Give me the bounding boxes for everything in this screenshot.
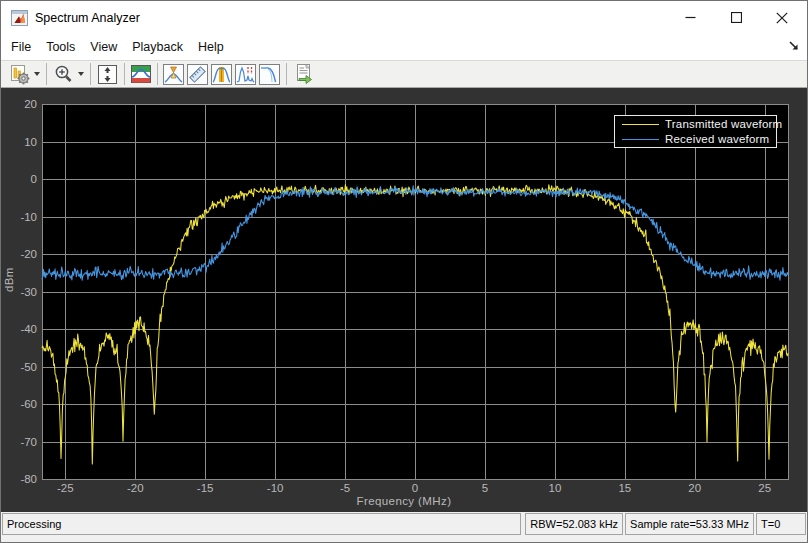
toolbar-separator bbox=[286, 63, 287, 85]
spectrum-analyzer-window: Spectrum Analyzer File Tools View Playba… bbox=[0, 0, 808, 543]
distortion-measurements-icon bbox=[235, 64, 256, 85]
status-sample-rate: Sample rate=53.33 MHz bbox=[625, 513, 754, 535]
configuration-properties-button[interactable] bbox=[8, 62, 31, 86]
channel-measurements-icon bbox=[211, 64, 232, 85]
spectrum-settings-icon bbox=[130, 63, 152, 85]
cursor-measurements-button[interactable] bbox=[187, 62, 208, 86]
zoom-in-icon bbox=[52, 63, 75, 86]
svg-text:10: 10 bbox=[24, 136, 37, 148]
maximize-button[interactable] bbox=[713, 1, 759, 34]
caret-down-icon bbox=[34, 72, 40, 76]
svg-text:5: 5 bbox=[482, 482, 488, 494]
close-button[interactable] bbox=[759, 1, 805, 34]
playback-export-button[interactable] bbox=[293, 62, 315, 86]
transmitted-line-sample bbox=[622, 124, 659, 125]
svg-text:10: 10 bbox=[548, 482, 561, 494]
menu-file[interactable]: File bbox=[4, 36, 38, 58]
legend-label-received: Received waveform bbox=[665, 133, 769, 145]
svg-text:-5: -5 bbox=[340, 482, 350, 494]
status-message: Processing bbox=[2, 513, 521, 535]
svg-text:-30: -30 bbox=[20, 286, 37, 298]
peak-finder-icon bbox=[163, 64, 184, 85]
svg-text:20: 20 bbox=[24, 98, 37, 110]
svg-text:-10: -10 bbox=[267, 482, 284, 494]
configuration-dropdown[interactable] bbox=[32, 62, 41, 86]
svg-text:-60: -60 bbox=[20, 398, 37, 410]
status-bar: Processing RBW=52.083 kHz Sample rate=53… bbox=[1, 512, 807, 542]
close-icon bbox=[776, 12, 788, 24]
toolbar-separator bbox=[46, 63, 47, 85]
spectrum-settings-button[interactable] bbox=[130, 62, 152, 86]
x-tick-labels: -25-20-15-10-50510152025 bbox=[57, 482, 771, 494]
svg-text:15: 15 bbox=[618, 482, 631, 494]
legend-item-transmitted: Transmitted waveform bbox=[615, 117, 776, 132]
caret-down-icon bbox=[78, 72, 84, 76]
svg-text:-25: -25 bbox=[57, 482, 74, 494]
toolbar-separator bbox=[124, 63, 125, 85]
svg-text:20: 20 bbox=[688, 482, 701, 494]
window-title: Spectrum Analyzer bbox=[35, 11, 140, 25]
svg-text:-50: -50 bbox=[20, 361, 37, 373]
zoom-in-button[interactable] bbox=[52, 62, 75, 86]
svg-text:-15: -15 bbox=[197, 482, 214, 494]
title-bar: Spectrum Analyzer bbox=[1, 1, 807, 34]
x-axis-label: Frequency (MHz) bbox=[1, 495, 807, 507]
minimize-icon bbox=[685, 12, 696, 23]
svg-text:-20: -20 bbox=[127, 482, 144, 494]
svg-text:25: 25 bbox=[758, 482, 771, 494]
peak-finder-button[interactable] bbox=[163, 62, 184, 86]
status-rbw: RBW=52.083 kHz bbox=[525, 513, 623, 535]
ccdf-measurements-icon bbox=[259, 64, 280, 85]
matlab-app-icon bbox=[11, 10, 28, 26]
y-axis-label: dBm bbox=[3, 272, 15, 292]
status-time: T=0 bbox=[756, 513, 806, 535]
cursor-measurements-icon bbox=[187, 64, 208, 85]
spectrum-chart[interactable]: -25-20-15-10-5051015202520100-10-20-30-4… bbox=[1, 88, 807, 514]
y-tick-labels: 20100-10-20-30-40-50-60-70-80 bbox=[20, 98, 37, 485]
menu-playback[interactable]: Playback bbox=[125, 36, 190, 58]
minimize-button[interactable] bbox=[667, 1, 713, 34]
zoom-dropdown[interactable] bbox=[76, 62, 85, 86]
svg-text:0: 0 bbox=[31, 173, 37, 185]
scale-y-axis-icon bbox=[96, 63, 119, 86]
menu-help[interactable]: Help bbox=[191, 36, 231, 58]
toolbar-separator bbox=[157, 63, 158, 85]
svg-text:-10: -10 bbox=[20, 211, 37, 223]
svg-text:0: 0 bbox=[412, 482, 418, 494]
menu-bar: File Tools View Playback Help bbox=[1, 34, 807, 60]
received-line-sample bbox=[622, 139, 659, 140]
svg-text:-20: -20 bbox=[20, 248, 37, 260]
menu-tools[interactable]: Tools bbox=[39, 36, 82, 58]
spectrum-plot: -25-20-15-10-5051015202520100-10-20-30-4… bbox=[1, 88, 807, 514]
menu-view[interactable]: View bbox=[83, 36, 124, 58]
ccdf-measurements-button[interactable] bbox=[259, 62, 280, 86]
channel-measurements-button[interactable] bbox=[211, 62, 232, 86]
svg-text:-80: -80 bbox=[20, 473, 37, 485]
legend-label-transmitted: Transmitted waveform bbox=[665, 118, 782, 130]
svg-text:-40: -40 bbox=[20, 323, 37, 335]
playback-export-icon bbox=[293, 63, 315, 85]
scale-y-axis-button[interactable] bbox=[96, 62, 119, 86]
distortion-measurements-button[interactable] bbox=[235, 62, 256, 86]
maximize-icon bbox=[731, 12, 742, 23]
svg-text:-70: -70 bbox=[20, 436, 37, 448]
dock-icon[interactable] bbox=[788, 40, 800, 52]
toolbar bbox=[1, 60, 807, 88]
configuration-properties-icon bbox=[8, 63, 31, 86]
legend-item-received: Received waveform bbox=[615, 132, 776, 147]
toolbar-separator bbox=[90, 63, 91, 85]
legend[interactable]: Transmitted waveform Received waveform bbox=[614, 115, 777, 148]
